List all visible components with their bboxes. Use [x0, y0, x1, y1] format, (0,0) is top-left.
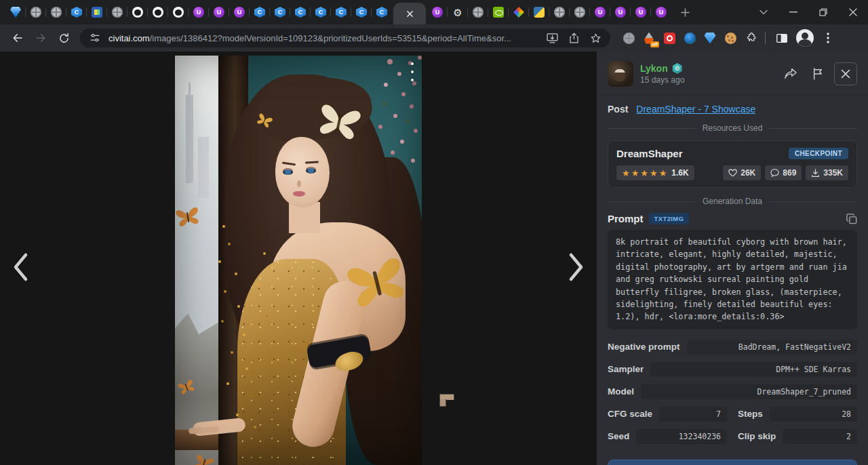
- pinned-tab[interactable]: [631, 2, 651, 22]
- pinned-tab[interactable]: [331, 2, 351, 22]
- close-window-button[interactable]: [838, 1, 868, 24]
- pinned-tab[interactable]: [311, 2, 331, 22]
- star-icon: ★: [622, 169, 630, 178]
- prompt-label: Prompt: [608, 213, 644, 224]
- puzzle-icon: [745, 33, 757, 44]
- pinned-tab[interactable]: [87, 2, 107, 22]
- civitai-icon: [254, 7, 265, 18]
- divider: [597, 95, 868, 96]
- pinned-tab[interactable]: [270, 2, 290, 22]
- u-app-icon: [595, 7, 606, 18]
- extension-globe-plus[interactable]: [681, 29, 698, 47]
- browser-menu-button[interactable]: [817, 27, 839, 49]
- profile-button[interactable]: [794, 27, 816, 49]
- pinned-tab[interactable]: [107, 2, 127, 22]
- prism-icon: [513, 7, 524, 18]
- next-image-button[interactable]: [560, 247, 593, 287]
- pinned-tab[interactable]: [168, 2, 189, 22]
- pinned-tab[interactable]: [148, 2, 168, 22]
- image-options-menu[interactable]: [411, 62, 414, 81]
- user-avatar[interactable]: [608, 61, 633, 87]
- pinned-tab[interactable]: [509, 2, 529, 22]
- u-app-icon: [635, 7, 646, 18]
- pinned-tab[interactable]: [229, 2, 250, 22]
- extension-flame-off[interactable]: off: [640, 29, 658, 47]
- reload-button[interactable]: [53, 27, 75, 49]
- share-arrow-icon: [784, 68, 797, 80]
- pinned-tab[interactable]: [529, 2, 549, 22]
- extension-globe[interactable]: [620, 29, 637, 47]
- pinned-tab[interactable]: [209, 2, 229, 22]
- heart-icon: [728, 169, 737, 177]
- report-flag-button[interactable]: [807, 63, 829, 85]
- forward-button[interactable]: [30, 27, 52, 49]
- install-icon[interactable]: [544, 30, 560, 46]
- pinned-tab[interactable]: [570, 2, 590, 22]
- site-settings-icon[interactable]: [87, 30, 103, 46]
- pinned-tab[interactable]: [610, 2, 631, 22]
- pinned-tab[interactable]: [590, 2, 610, 22]
- new-tab-button[interactable]: [675, 3, 694, 22]
- pinned-tab[interactable]: [372, 2, 392, 22]
- back-button[interactable]: [7, 27, 28, 49]
- pinned-tab[interactable]: [127, 2, 148, 22]
- github-icon: [173, 7, 184, 18]
- bookmark-star-icon[interactable]: [587, 30, 604, 46]
- generated-image[interactable]: [175, 56, 422, 465]
- resource-card[interactable]: DreamShaper CHECKPOINT ★★★★★ 1.6K 26K 86…: [608, 140, 857, 188]
- pinned-tab[interactable]: [468, 2, 488, 22]
- pinned-tab[interactable]: [189, 2, 209, 22]
- active-tab[interactable]: [393, 3, 426, 24]
- pinned-tab[interactable]: [26, 2, 46, 22]
- close-panel-button[interactable]: [834, 62, 857, 85]
- pinned-tab[interactable]: [66, 2, 87, 22]
- rating-pill[interactable]: ★★★★★ 1.6K: [616, 165, 694, 180]
- field-label: Negative prompt: [608, 342, 680, 352]
- copy-generation-data-button[interactable]: [608, 460, 857, 465]
- minimize-button[interactable]: [778, 1, 808, 24]
- likes-pill[interactable]: 26K: [723, 165, 761, 180]
- copy-prompt-button[interactable]: [846, 214, 857, 224]
- u-app-icon: [193, 7, 204, 18]
- field-label: Steps: [738, 409, 763, 419]
- extension-cookie[interactable]: [722, 29, 739, 47]
- cookie-icon: [725, 33, 736, 44]
- pinned-tab[interactable]: [290, 2, 311, 22]
- tab-search-caret[interactable]: [749, 1, 778, 24]
- reload-icon: [58, 33, 70, 44]
- gem-icon: [10, 7, 21, 18]
- globe-icon: [623, 33, 635, 44]
- image-detail-panel: Lykon ⚙ 15 days ago Post DreamShaper: [597, 52, 868, 465]
- pinned-tab[interactable]: [427, 2, 448, 22]
- browser-tab-strip: ⚙: [0, 0, 868, 24]
- likes-count: 26K: [741, 168, 755, 178]
- comment-icon: [770, 169, 779, 177]
- verified-badge-icon: ⚙: [672, 63, 683, 74]
- prompt-text: 8k portrait of beautiful cyborg with bro…: [608, 230, 857, 329]
- field-label: Model: [608, 386, 634, 397]
- previous-image-button[interactable]: [4, 247, 37, 287]
- downloads-pill[interactable]: 335K: [806, 165, 848, 180]
- extension-o-ring[interactable]: [660, 29, 678, 47]
- extensions-menu-button[interactable]: [742, 29, 760, 47]
- side-panel-button[interactable]: [771, 27, 793, 49]
- field-label: CFG scale: [608, 409, 652, 419]
- share-icon[interactable]: [566, 30, 582, 46]
- post-link[interactable]: DreamShaper - 7 Showcase: [636, 104, 755, 115]
- comments-pill[interactable]: 869: [765, 165, 802, 180]
- pinned-tab[interactable]: [46, 2, 66, 22]
- restore-button[interactable]: [808, 1, 838, 24]
- share-post-button[interactable]: [780, 63, 802, 85]
- pinned-tab[interactable]: [549, 2, 570, 22]
- pinned-tab[interactable]: [250, 2, 270, 22]
- pinned-tab[interactable]: [5, 2, 26, 22]
- address-bar[interactable]: civitai.com/images/1386412?modelVersionI…: [80, 28, 610, 47]
- username-link[interactable]: Lykon: [640, 63, 668, 74]
- pinned-tab[interactable]: [351, 2, 372, 22]
- pinned-tab[interactable]: ⚙: [448, 2, 468, 22]
- close-tab-icon[interactable]: [406, 10, 414, 18]
- rating-count: 1.6K: [671, 168, 688, 178]
- extension-gem[interactable]: [701, 29, 719, 47]
- pinned-tab[interactable]: [651, 2, 671, 22]
- pinned-tab[interactable]: [488, 2, 509, 22]
